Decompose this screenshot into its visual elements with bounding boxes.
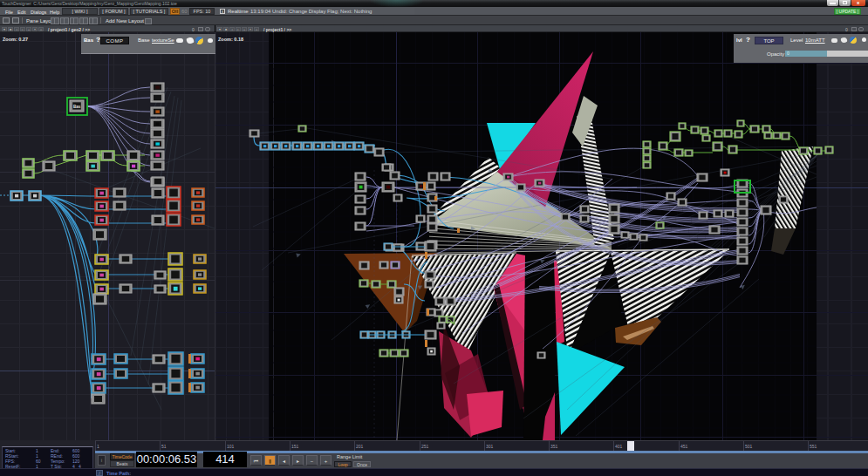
svg-text:Bas: Bas: [73, 105, 81, 109]
svg-text:Zoom: 0.18: Zoom: 0.18: [218, 37, 243, 42]
svg-text:Zoom: 0.27: Zoom: 0.27: [3, 37, 28, 42]
